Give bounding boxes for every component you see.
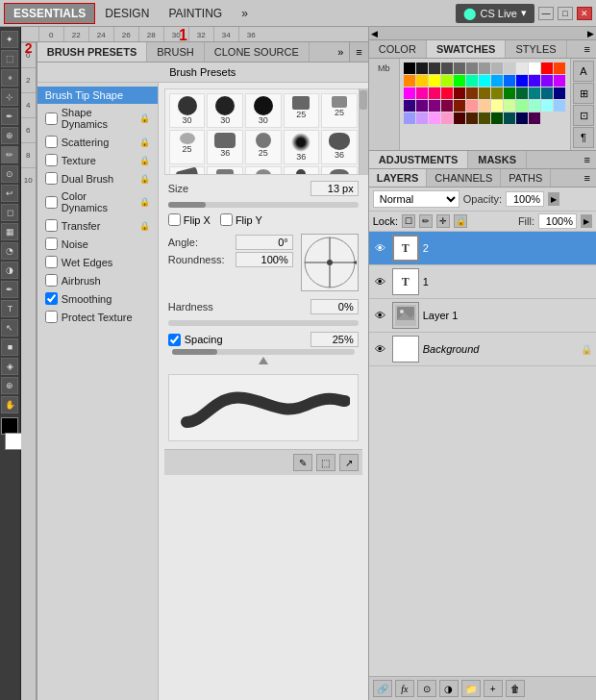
swatch[interactable] [466, 112, 478, 124]
cs-live-button[interactable]: ⬤ CS Live ▾ [456, 4, 534, 23]
swatch[interactable] [491, 88, 503, 99]
swatch[interactable] [479, 75, 490, 87]
flip-y-check[interactable] [220, 213, 233, 226]
flip-x-check[interactable] [168, 213, 181, 226]
brush-tip-0[interactable]: 30 [169, 93, 206, 128]
eye-icon-bg[interactable]: 👁 [373, 341, 388, 357]
tool-path-select[interactable]: ↖ [1, 319, 18, 337]
tool-history[interactable]: ↩ [1, 185, 18, 202]
menu-essentials[interactable]: ESSENTIALS [4, 3, 95, 24]
close-button[interactable]: ✕ [577, 7, 592, 20]
brush-option-tip-shape[interactable]: Brush Tip Shape [37, 87, 158, 104]
wet-edges-check[interactable] [45, 256, 58, 268]
brush-option-wet-edges[interactable]: Wet Edges [37, 253, 158, 271]
protect-texture-check[interactable] [45, 311, 58, 323]
swatch[interactable] [441, 112, 453, 124]
swatch[interactable] [529, 112, 540, 124]
swatch[interactable] [504, 62, 515, 74]
swatch[interactable] [516, 75, 528, 87]
swatch[interactable] [479, 88, 490, 99]
tool-hand[interactable]: ✋ [1, 396, 18, 413]
layer-row-1[interactable]: 👁 T 1 [369, 265, 596, 299]
tab-clone-source[interactable]: CLONE SOURCE [205, 42, 310, 62]
brush-tip-3[interactable]: 25 [284, 93, 320, 128]
swatch[interactable] [541, 88, 553, 99]
texture-check[interactable] [45, 154, 58, 166]
brush-option-protect-texture[interactable]: Protect Texture [37, 308, 158, 326]
tab-brush-presets[interactable]: BRUSH PRESETS [37, 42, 148, 62]
tab-paths[interactable]: PATHS [501, 169, 551, 187]
eye-icon-layer-img[interactable]: 👁 [373, 308, 388, 323]
mb-icon[interactable]: Mb [370, 61, 397, 76]
swatch[interactable] [554, 62, 565, 74]
swatch[interactable] [541, 75, 553, 87]
layer-row-background[interactable]: 👁 Background 🔒 [369, 333, 596, 366]
swatch[interactable] [529, 75, 540, 87]
brush-option-shape-dynamics[interactable]: Shape Dynamics 🔒 [37, 104, 158, 133]
brush-tool-icon-2[interactable]: ⬚ [316, 454, 335, 471]
brush-tip-11[interactable]: 32 [207, 166, 243, 175]
swatch[interactable] [416, 88, 428, 99]
brush-tip-12[interactable]: 25 [245, 166, 282, 175]
swatch[interactable] [504, 75, 515, 87]
hardness-slider[interactable] [164, 320, 362, 326]
layer-row-2[interactable]: 👁 T 2 [369, 232, 596, 265]
swatch[interactable] [491, 62, 503, 74]
swatch[interactable] [404, 88, 415, 99]
swatch[interactable] [454, 75, 465, 87]
swatch[interactable] [504, 112, 515, 124]
adj-menu[interactable]: ≡ [579, 151, 596, 168]
swatch[interactable] [516, 112, 528, 124]
brush-tip-5[interactable]: 25 [169, 130, 206, 164]
lock-image[interactable]: ✏ [419, 214, 433, 228]
brush-tip-13[interactable]: 14 [284, 166, 320, 175]
brush-tip-8[interactable]: 36 [284, 130, 320, 164]
brush-option-airbrush[interactable]: Airbrush [37, 271, 158, 289]
tool-gradient[interactable]: ▦ [1, 223, 18, 240]
swatch[interactable] [454, 100, 465, 112]
color-right-icon-3[interactable]: ⊡ [573, 105, 594, 126]
tool-brush[interactable]: ✏ [1, 146, 18, 163]
tool-heal[interactable]: ⊕ [1, 127, 18, 144]
swatch[interactable] [454, 88, 465, 99]
swatch[interactable] [479, 100, 490, 112]
scattering-check[interactable] [45, 136, 58, 148]
tab-styles[interactable]: STYLES [506, 40, 566, 58]
swatch[interactable] [429, 75, 440, 87]
swatch[interactable] [466, 75, 478, 87]
brush-tip-10[interactable]: 36 [169, 166, 206, 175]
swatch[interactable] [454, 112, 465, 124]
brush-tool-icon-3[interactable]: ↗ [339, 454, 359, 471]
flip-x-label[interactable]: Flip X [168, 213, 211, 226]
layer-delete-btn[interactable]: 🗑 [506, 680, 525, 697]
brush-tip-1[interactable]: 30 [207, 93, 243, 128]
brush-tip-7[interactable]: 25 [245, 130, 282, 164]
swatch[interactable] [554, 100, 565, 112]
brush-tip-14[interactable]: 24 [321, 166, 358, 175]
swatch[interactable] [466, 88, 478, 99]
noise-check[interactable] [45, 238, 58, 250]
color-right-icon-1[interactable]: A [573, 61, 594, 82]
lock-all[interactable]: 🔒 [454, 214, 467, 228]
layer-adj-btn[interactable]: ◑ [439, 680, 459, 697]
dual-brush-check[interactable] [45, 172, 58, 185]
layer-link-btn[interactable]: 🔗 [373, 680, 392, 697]
roundness-value[interactable]: 100% [236, 252, 293, 267]
swatch[interactable] [541, 100, 553, 112]
swatch[interactable] [404, 100, 415, 112]
swatch[interactable] [416, 100, 428, 112]
tool-lasso[interactable]: ⌖ [1, 69, 18, 87]
swatch[interactable] [416, 62, 428, 74]
swatch[interactable] [529, 62, 540, 74]
color-right-icon-4[interactable]: ¶ [573, 127, 594, 148]
swatch[interactable] [441, 100, 453, 112]
brush-option-noise[interactable]: Noise [37, 235, 158, 253]
minimize-button[interactable]: — [538, 7, 554, 20]
swatch[interactable] [416, 112, 428, 124]
opacity-expand[interactable]: ▶ [548, 192, 559, 206]
panel-more-btn[interactable]: » [332, 42, 349, 62]
brush-option-transfer[interactable]: Transfer 🔒 [37, 216, 158, 235]
brush-option-scattering[interactable]: Scattering 🔒 [37, 133, 158, 151]
tool-crop[interactable]: ⊹ [1, 88, 18, 106]
spacing-label[interactable]: Spacing [168, 334, 223, 346]
